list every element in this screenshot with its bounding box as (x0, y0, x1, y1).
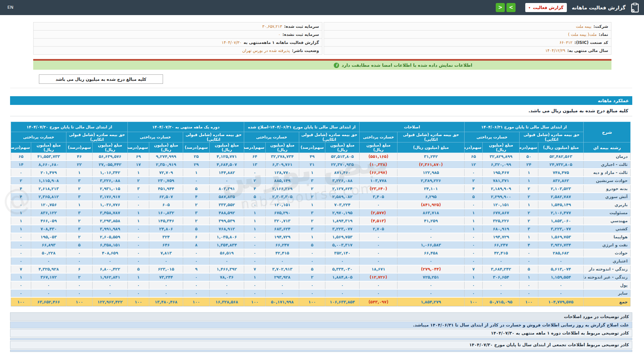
info-label: سال مالی منتهی به: (567, 48, 608, 53)
table-cell: ۰ (244, 201, 266, 209)
next-report-button[interactable]: > (496, 3, 505, 12)
table-cell: ۰ (128, 225, 149, 233)
table-cell: ۰ (397, 233, 465, 241)
table-cell: ۱,۰۱۶,۳۴۲ (93, 169, 128, 177)
table-cell: ۴۸۸,۵۹۲ (210, 209, 244, 217)
table-cell: ۱ (183, 169, 210, 177)
table-cell: ۳,۲۲۳,۰۷۷ (538, 225, 584, 233)
table-cell: ۰ (244, 257, 266, 265)
table-cell: ۷ (244, 265, 266, 273)
table-cell: ۳ (299, 225, 325, 233)
table-cell: ۱ (66, 169, 93, 177)
table-cell: (۶۶,۶۹۷) (360, 169, 397, 177)
column-header: از ابتدای سال مالی تا پایان مورخ ۱۴۰۴/۰۶… (244, 122, 360, 132)
table-cell: ۰ (325, 289, 360, 297)
column-header: از ابتدای سال مالی تا پایان مورخ ۱۴۰۴/۰۶… (465, 122, 584, 132)
table-cell: ۳ (299, 177, 325, 185)
table-row: باربري۱,۵۴۵,۱۴۹۱۱۲۰,۱۵۱۰(۸۴۱,۹۲۵)۰۷۰۳,۲۲… (11, 201, 631, 209)
table-cell: ۰ (538, 289, 584, 297)
table-cell: ۱ (244, 217, 266, 225)
table-cell: ۰ (128, 193, 149, 201)
table-cell: ۱ (520, 273, 538, 281)
table-cell: ۲ (183, 201, 210, 209)
table-cell: ۸۳۶,۸۶۲ (538, 177, 584, 185)
table-cell: ۲۴,۸۰۶ (149, 225, 183, 233)
table-cell: ۰ (360, 281, 397, 289)
table-cell: ۰ (360, 201, 397, 209)
table-cell: ۰ (11, 249, 31, 257)
table-cell: ۶,۳۰۹,۷۶۱ (266, 161, 299, 169)
table-cell: ۵,۰۰۳,۳۱۷ (325, 241, 360, 249)
table-row: حوادث سرنشین۸۳۶,۸۶۲۱۷۸۱,۳۷۱۲۲,۳۸۹,۲۲۶۱۰۳… (11, 177, 631, 185)
table-cell: ۱,۰۳۵,۸۰۶ (210, 233, 244, 241)
table-cell: ۸۳۶,۱۲۲ (31, 209, 66, 217)
table-cell: ۵ (128, 265, 149, 273)
table-cell: ۰ (299, 249, 325, 257)
table-cell: ۲,۹۷۰,۱۹۵ (325, 209, 360, 217)
table-cell: ۱۲۰,۷۵۶ (31, 201, 66, 209)
table-cell: ۱ (128, 273, 149, 281)
table-cell: ۰ (465, 281, 483, 289)
row-label: پول (584, 281, 631, 289)
row-label: درمان (584, 153, 631, 161)
table-cell: ۳۰۶,۶۵۴ (483, 273, 520, 281)
table-cell: ۰ (66, 289, 93, 297)
table-cell: ۱ (299, 201, 325, 209)
table-cell: ۱,۸۵۴,۲۷۹ (397, 297, 465, 306)
table-cell: ۳,۶۸۴,۲۴۲ (483, 265, 520, 273)
table-cell: (۱۰,۳۳۸) (360, 161, 397, 169)
divider-line (10, 88, 632, 88)
section-title: عملکرد ماهانه (10, 96, 632, 105)
row-label: سایر (584, 289, 631, 297)
table-cell: ۱ (520, 169, 538, 177)
table-cell: ۸۶۳,۷۱۸ (397, 209, 465, 217)
footnote-row: کادر توضیحی مربوط اطلاعات تجمعی از ابتدا… (10, 341, 632, 349)
table-cell: ۷۰۳,۲۲۴ (325, 201, 360, 209)
table-cell: ۰ (149, 289, 183, 297)
row-label: ثالث - مازاد و دیه (584, 169, 631, 177)
info-value: بیمه ملت (576, 24, 591, 29)
table-row: مسئولیت۲,۱۰۶,۴۷۷۲۶۷۷,۸۶۷۱۸۶۳,۷۱۸(۲,۵۷۷)۲… (11, 209, 631, 217)
table-cell: ۵ (244, 193, 266, 201)
table-cell: ۰ (11, 257, 31, 265)
table-cell: ۲,۷۰۵ (360, 225, 397, 233)
page-title: گزارش فعالیت ماهانه (572, 5, 626, 11)
table-cell: (۲۷۹,۰۴۴) (397, 265, 465, 273)
table-cell: ۳ (66, 177, 93, 185)
table-cell: ۱ (299, 169, 325, 177)
info-label: نماد: (599, 32, 608, 37)
report-nav: > < (496, 3, 516, 12)
table-cell: ۴۱,۵۵۳,۷۳۳ (31, 153, 66, 161)
row-label: نفت و انرژي (584, 241, 631, 249)
table-cell: ۴ (520, 241, 538, 249)
table-cell: ۰ (183, 257, 210, 265)
table-cell: ۰ (266, 257, 299, 265)
prev-report-button[interactable]: < (506, 3, 516, 12)
table-cell: ۴,۶۸۴,۵۰۷ (210, 161, 244, 169)
table-cell: ۲ (66, 273, 93, 281)
table-cell: ۷ (465, 265, 483, 273)
table-cell: ۰ (325, 257, 360, 265)
table-cell: ۴۰۸,۶۵۹ (93, 249, 128, 257)
table-cell: ۲ (66, 185, 93, 193)
table-cell: ۲ (128, 177, 149, 185)
info-row: کد صنعت (ISIC):۶۶۰۳۱۲ (324, 38, 611, 47)
table-cell: ۰ (538, 257, 584, 265)
language-toggle[interactable]: EN (7, 5, 13, 10)
table-cell: ۷۸,۰۳۶ (210, 273, 244, 281)
table-cell: ۳,۲۲۶,۰۸۸ (93, 177, 128, 185)
table-cell: ۲ (520, 193, 538, 201)
table-cell: ۲ (299, 193, 325, 201)
footnote-row: کادر توضیحات در مورد اصلاحات (10, 312, 632, 321)
column-header: مبلغ (میلیون ریال) (397, 142, 465, 153)
table-cell: ۲۲,۳۷۰,۹۳۵ (325, 161, 360, 169)
table-cell: ۲,۱۸۹,۹۰۹ (483, 185, 520, 193)
table-cell: ۳۹۹,۵۳۹ (210, 217, 244, 225)
table-cell: ۷۳,۲۴۴ (149, 273, 183, 281)
table-cell: ۳۲۰,۷۱۳ (266, 217, 299, 225)
table-cell: (۵۴۳,۰۹۷) (360, 297, 397, 306)
report-type-dropdown[interactable]: ▾ گزارش فعالیت (525, 3, 567, 12)
table-cell: ۲۴,۷۳۲,۸۰۵ (538, 161, 584, 169)
table-cell: ۰ (93, 257, 128, 265)
table-cell: ۳,۱۷۶,۹۱۷ (93, 193, 128, 201)
